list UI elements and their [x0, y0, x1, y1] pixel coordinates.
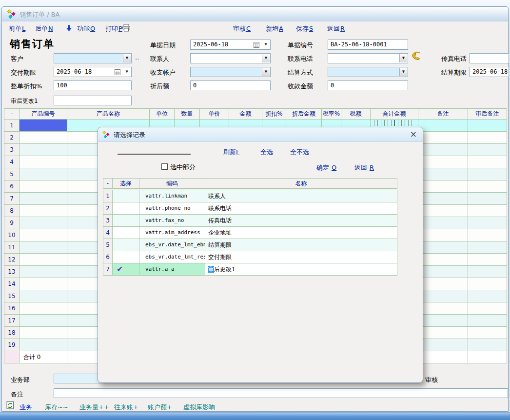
grid-rownum-cell[interactable]: 16 — [4, 302, 20, 315]
grid-column-header[interactable]: 产品名称 — [67, 108, 150, 120]
grid-column-header[interactable]: 税额 — [341, 108, 371, 120]
note-input[interactable] — [54, 388, 508, 398]
grid-cell[interactable] — [468, 302, 507, 315]
settle-method-combo[interactable]: ▼ — [328, 67, 408, 77]
dialog-rownum-cell[interactable]: 4 — [103, 227, 113, 239]
grid-cell[interactable] — [20, 180, 67, 193]
contact-phone-combo[interactable]: ▼ — [328, 53, 408, 63]
grid-cell[interactable] — [20, 315, 67, 327]
print-button[interactable]: 打印P — [105, 24, 122, 33]
grid-cell[interactable] — [20, 254, 67, 266]
grid-cell[interactable] — [468, 229, 507, 241]
dialog-code-cell[interactable]: vattr.linkman — [139, 190, 205, 202]
dialog-code-cell[interactable]: ebs_vr.date_lmt_res — [139, 251, 205, 263]
footer-link-business[interactable]: 业务 — [20, 403, 32, 412]
grid-cell[interactable] — [20, 217, 67, 229]
phone-icon[interactable] — [411, 50, 422, 61]
grid-rownum-cell[interactable]: 9 — [4, 217, 20, 229]
select-none-link[interactable]: 全不选 — [290, 148, 309, 157]
dialog-check-cell[interactable] — [113, 202, 139, 215]
date-dropdown-arrow[interactable]: ▼ — [126, 67, 128, 77]
dialog-row[interactable]: 5ebs_vr.date_lmt_ebm结算期限 — [103, 239, 397, 251]
grid-cell[interactable] — [418, 156, 468, 168]
grid-rownum-cell[interactable]: 7 — [4, 193, 20, 205]
grid-cell[interactable] — [468, 290, 507, 302]
dialog-name-cell[interactable]: 审后更改1 — [205, 263, 397, 276]
dialog-name-cell[interactable]: 企业地址 — [205, 227, 397, 239]
dialog-check-cell[interactable] — [113, 251, 139, 263]
dialog-name-cell[interactable]: 结算期限 — [205, 239, 397, 251]
grid-cell[interactable] — [418, 229, 468, 241]
grid-cell[interactable] — [20, 144, 67, 156]
contact-dropdown-button[interactable]: ▼ — [262, 54, 270, 62]
grid-selected-cell[interactable] — [20, 120, 67, 132]
grid-cell[interactable] — [418, 254, 468, 266]
dialog-rownum-cell[interactable]: 3 — [103, 215, 113, 227]
printer-icon[interactable] — [122, 24, 131, 33]
grid-cell[interactable] — [418, 180, 468, 193]
calendar-icon[interactable] — [115, 69, 120, 77]
dialog-name-cell[interactable]: 联系人 — [205, 190, 397, 202]
grid-column-header[interactable]: 单位 — [150, 108, 175, 120]
grid-cell[interactable] — [20, 241, 67, 254]
audit-change-input[interactable] — [54, 96, 132, 105]
grid-rownum-cell[interactable]: 4 — [4, 156, 20, 168]
prev-order-button[interactable]: 前单L — [9, 24, 25, 33]
grid-cell[interactable] — [468, 339, 507, 351]
grid-cell[interactable] — [468, 241, 507, 254]
grid-column-header[interactable]: 审后备注 — [468, 108, 507, 120]
customer-dropdown-button[interactable]: ▼ — [123, 54, 131, 62]
delivery-date-input[interactable]: 2025-06-18 ▼ — [54, 67, 132, 77]
grid-cell[interactable] — [20, 229, 67, 241]
settle-method-dropdown-button[interactable]: ▼ — [399, 68, 407, 76]
grid-cell[interactable] — [468, 132, 507, 144]
dialog-rownum-cell[interactable]: 5 — [103, 239, 113, 251]
dialog-name-cell[interactable]: 传真电话 — [205, 215, 397, 227]
contact-phone-dropdown-button[interactable]: ▼ — [399, 54, 407, 62]
grid-cell[interactable] — [418, 315, 468, 327]
grid-cell[interactable] — [468, 217, 507, 229]
calendar-icon[interactable] — [254, 41, 259, 49]
grid-cell[interactable] — [468, 156, 507, 168]
grid-cell[interactable] — [20, 266, 67, 278]
grid-cell[interactable] — [418, 144, 468, 156]
doc-no-input[interactable]: BA-25-06-18-0001 — [328, 40, 408, 50]
dialog-check-cell[interactable] — [113, 239, 139, 251]
grid-rownum-cell[interactable]: 19 — [4, 339, 20, 351]
next-order-button[interactable]: 后单N — [35, 24, 53, 33]
grid-cell[interactable] — [418, 327, 468, 339]
grid-cell[interactable] — [418, 266, 468, 278]
customer-combo[interactable]: ▼ — [54, 53, 132, 63]
grid-rownum-cell[interactable]: 15 — [4, 290, 20, 302]
dialog-check-cell[interactable]: ✔ — [113, 263, 139, 276]
dialog-row[interactable]: 6ebs_vr.date_lmt_res交付期限 — [103, 251, 397, 263]
save-button[interactable]: 保存S — [296, 24, 313, 33]
discount-pct-input[interactable]: 100 — [54, 80, 132, 90]
grid-column-header[interactable]: 折后金额 — [286, 108, 322, 120]
grid-rownum-cell[interactable]: 12 — [4, 254, 20, 266]
grid-cell[interactable] — [468, 315, 507, 327]
grid-column-header[interactable]: 数量 — [175, 108, 200, 120]
dialog-rownum-cell[interactable]: 7 — [103, 263, 113, 276]
dialog-column-header[interactable]: 选择 — [113, 178, 139, 189]
grid-cell[interactable] — [20, 205, 67, 217]
grid-column-header[interactable]: 产品编号 — [20, 108, 67, 120]
footer-link-account-amt[interactable]: 账户额+ — [148, 403, 172, 412]
dialog-row[interactable]: 7✔vattr.a_a审后更改1 — [103, 263, 397, 276]
grid-cell[interactable] — [468, 254, 507, 266]
dialog-row[interactable]: 2vattr.phone_no联系电话 — [103, 202, 397, 215]
grid-rownum-cell[interactable]: 17 — [4, 315, 20, 327]
close-icon[interactable]: × — [410, 129, 417, 139]
dialog-rownum-cell[interactable]: 1 — [103, 190, 113, 202]
grid-rownum-cell[interactable]: 13 — [4, 266, 20, 278]
audit-button[interactable]: 审核C — [233, 24, 251, 33]
grid-cell[interactable] — [468, 327, 507, 339]
ok-link[interactable]: 确定O — [316, 163, 336, 172]
grid-cell[interactable] — [418, 217, 468, 229]
dialog-check-cell[interactable] — [113, 215, 139, 227]
refresh-link[interactable]: 刷新F — [223, 148, 239, 157]
dialog-name-cell[interactable]: 交付期限 — [205, 251, 397, 263]
contact-combo[interactable]: ▼ — [190, 53, 271, 63]
dialog-code-cell[interactable]: vattr.fax_no — [139, 215, 205, 227]
dialog-corner-header[interactable]: - — [103, 178, 113, 189]
